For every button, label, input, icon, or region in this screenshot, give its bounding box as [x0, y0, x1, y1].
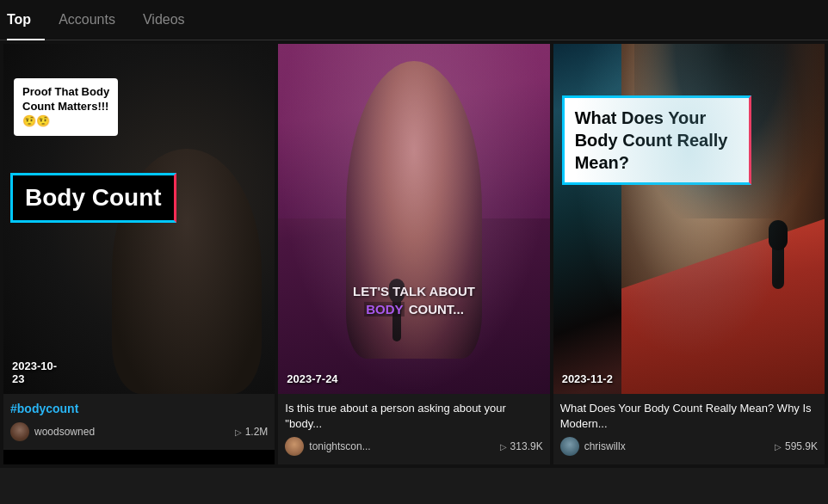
card-info-1: #bodycount woodsowned ▷ 1.2M — [3, 394, 275, 451]
card3-overlay: What Does Your Body Count Really Mean? — [562, 95, 816, 185]
tab-videos[interactable]: Videos — [129, 0, 199, 40]
play-icon-1: ▷ — [235, 427, 242, 437]
card-meta-3: chriswillx ▷ 595.9K — [560, 437, 818, 456]
card-title-3: What Does Your Body Count Really Mean? W… — [560, 401, 818, 432]
thumbnail-3: What Does Your Body Count Really Mean? 2… — [553, 44, 825, 394]
date-badge-3: 2023-11-2 — [562, 372, 613, 385]
card-info-2: Is this true about a person asking about… — [278, 394, 549, 464]
avatar-2 — [285, 437, 304, 456]
video-grid: Proof That BodyCount Matters!!!🤨🤨 Body C… — [0, 40, 828, 468]
card-user-3: chriswillx — [560, 437, 626, 456]
mic-shape-3 — [772, 237, 784, 289]
body-count-overlay: Body Count — [10, 173, 176, 223]
card-info-3: What Does Your Body Count Really Mean? W… — [553, 394, 825, 464]
video-card-2[interactable]: LET'S TALK ABOUT BODY COUNT... 2023-7-24… — [278, 44, 549, 464]
date-badge-1: 2023-10-23 — [12, 360, 57, 385]
card-meta-1: woodsowned ▷ 1.2M — [10, 422, 268, 441]
overlay-line1: LET'S TALK ABOUT — [353, 284, 475, 298]
overlay-line2: BODY — [364, 302, 405, 317]
video-card-3[interactable]: What Does Your Body Count Really Mean? 2… — [553, 44, 825, 464]
lets-talk-text: LET'S TALK ABOUT BODY COUNT... — [285, 282, 542, 318]
avatar-3 — [560, 437, 579, 456]
tab-videos-label: Videos — [143, 12, 185, 28]
card-user-2: tonightscon... — [285, 437, 370, 456]
nav-tabs: Top Accounts Videos — [0, 0, 828, 40]
card-title-2: Is this true about a person asking about… — [285, 401, 542, 432]
tab-accounts[interactable]: Accounts — [45, 0, 129, 40]
card-meta-2: tonightscon... ▷ 313.9K — [285, 437, 542, 456]
body-count-label: Body Count — [25, 184, 162, 212]
play-count-1: ▷ 1.2M — [235, 426, 269, 438]
card2-overlay: LET'S TALK ABOUT BODY COUNT... — [278, 275, 549, 325]
play-icon-3: ▷ — [775, 442, 782, 452]
play-count-value-1: 1.2M — [245, 426, 269, 438]
username-3: chriswillx — [584, 440, 626, 452]
username-1: woodsowned — [34, 426, 95, 438]
play-count-2: ▷ 313.9K — [500, 440, 543, 452]
username-2: tonightscon... — [309, 440, 370, 452]
play-count-value-2: 313.9K — [510, 440, 543, 452]
what-does-box: What Does Your Body Count Really Mean? — [562, 95, 751, 185]
thumbnail-1: Proof That BodyCount Matters!!!🤨🤨 Body C… — [3, 44, 275, 394]
avatar-1 — [10, 422, 29, 441]
date-badge-2: 2023-7-24 — [287, 372, 337, 385]
what-does-text: What Does Your Body Count Really Mean? — [575, 107, 738, 174]
thumbnail-2: LET'S TALK ABOUT BODY COUNT... 2023-7-24 — [278, 44, 549, 394]
play-count-value-3: 595.9K — [785, 440, 818, 452]
tab-top[interactable]: Top — [7, 0, 45, 40]
tab-top-label: Top — [7, 12, 31, 28]
proof-text: Proof That BodyCount Matters!!!🤨🤨 — [14, 78, 118, 136]
tab-accounts-label: Accounts — [59, 12, 115, 28]
card-user-1: woodsowned — [10, 422, 95, 441]
video-card-1[interactable]: Proof That BodyCount Matters!!!🤨🤨 Body C… — [3, 44, 275, 464]
overlay-line3: COUNT... — [409, 302, 464, 317]
play-count-3: ▷ 595.9K — [775, 440, 818, 452]
proof-bubble: Proof That BodyCount Matters!!!🤨🤨 — [14, 78, 118, 143]
play-icon-2: ▷ — [500, 442, 507, 452]
card-tag-1: #bodycount — [10, 401, 268, 418]
